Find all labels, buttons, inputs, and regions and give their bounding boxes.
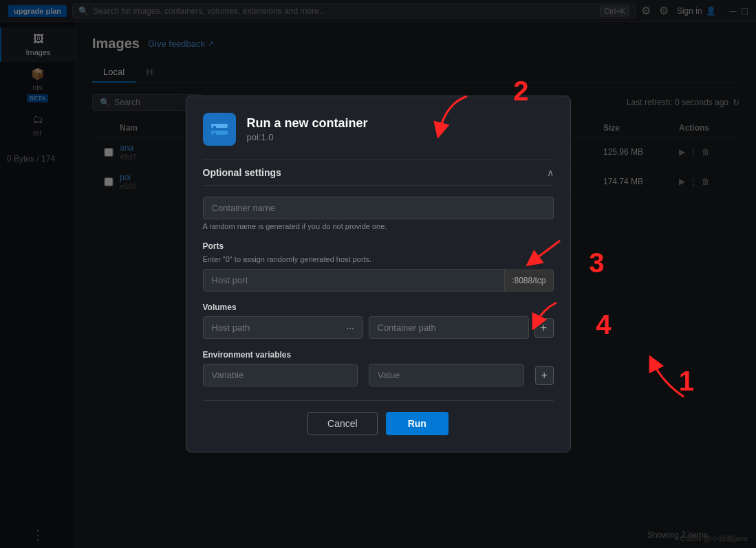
port-row: :8088/tcp xyxy=(203,269,554,292)
ports-label: Ports xyxy=(203,241,554,251)
port-mapping-badge: :8088/tcp xyxy=(505,270,553,292)
run-button[interactable]: Run xyxy=(386,412,449,435)
host-port-input[interactable] xyxy=(203,269,506,292)
volumes-group: Volumes Host path ··· Container path + 4 xyxy=(203,303,554,339)
annotation-2: 2 xyxy=(513,76,528,107)
modal-subtitle: poi:1.0 xyxy=(247,132,368,142)
volumes-row: Host path ··· Container path + xyxy=(203,316,554,339)
host-path-field: Host path ··· xyxy=(203,316,363,339)
annotation-3: 3 xyxy=(589,248,604,278)
variable-input[interactable] xyxy=(203,364,358,386)
annotation-4: 4 xyxy=(596,309,611,340)
container-path-placeholder: Container path xyxy=(378,322,436,333)
add-env-button[interactable]: + xyxy=(535,366,554,385)
modal: Run a new container poi:1.0 2 Optional s… xyxy=(186,96,571,452)
value-input[interactable] xyxy=(369,364,524,386)
env-row: + xyxy=(203,364,554,386)
container-name-hint: A random name is generated if you do not… xyxy=(203,222,554,230)
ports-group: Ports Enter "0" to assign randomly gener… xyxy=(203,241,554,292)
modal-container-icon xyxy=(203,113,236,146)
container-name-group: A random name is generated if you do not… xyxy=(203,197,554,230)
volumes-label: Volumes xyxy=(203,303,554,312)
svg-rect-2 xyxy=(213,126,216,129)
chevron-up-icon: ∧ xyxy=(547,167,554,178)
modal-title-area: Run a new container poi:1.0 xyxy=(247,116,368,142)
modal-title: Run a new container xyxy=(247,116,368,131)
cancel-button[interactable]: Cancel xyxy=(307,412,378,435)
optional-settings-label: Optional settings xyxy=(203,167,281,178)
host-path-placeholder: Host path xyxy=(212,322,250,333)
container-path-field: Container path xyxy=(369,316,529,339)
add-volume-button[interactable]: + xyxy=(534,318,554,338)
container-name-input[interactable] xyxy=(203,197,554,219)
env-group: Environment variables + xyxy=(203,350,554,386)
host-path-browse-icon[interactable]: ··· xyxy=(347,322,354,333)
optional-settings-header[interactable]: Optional settings ∧ xyxy=(203,160,554,186)
modal-overlay[interactable]: Run a new container poi:1.0 2 Optional s… xyxy=(0,0,756,548)
ports-hint: Enter "0" to assign randomly generated h… xyxy=(203,255,554,263)
arrow-3 xyxy=(519,230,574,272)
modal-footer: Cancel Run xyxy=(203,400,554,435)
svg-rect-3 xyxy=(213,133,216,135)
env-label: Environment variables xyxy=(203,350,554,360)
modal-header: Run a new container poi:1.0 2 xyxy=(203,113,554,146)
arrow-2 xyxy=(412,89,495,144)
arrow-1 xyxy=(642,355,698,404)
